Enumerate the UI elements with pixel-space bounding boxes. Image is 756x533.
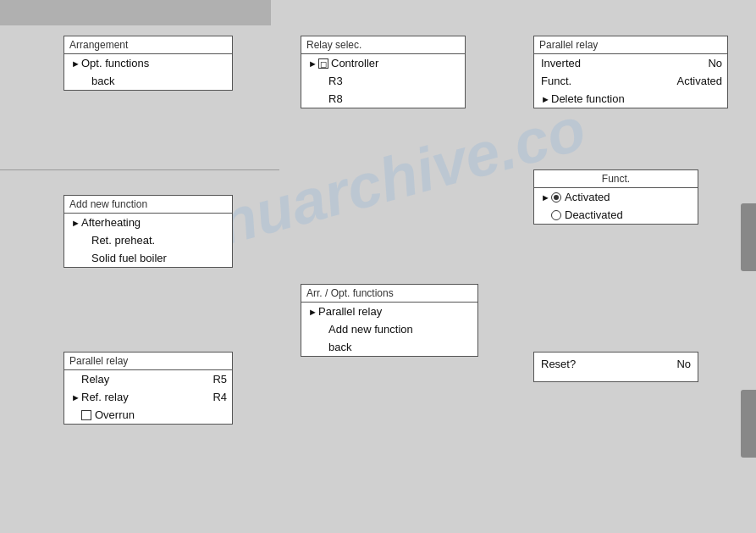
checkbox-icon — [81, 410, 91, 420]
arr-opt-back[interactable]: back — [301, 338, 477, 356]
add-new-function-box: Add new function ► Afterheating Ret. pre… — [63, 195, 233, 268]
relay-symbol-icon: ◻ — [318, 58, 328, 69]
arrangement-opt-functions[interactable]: ► Opt. functions — [64, 54, 232, 72]
add-new-function-ret-preheat[interactable]: Ret. preheat. — [64, 231, 232, 249]
arrow-icon: ► — [541, 192, 549, 203]
parallel-relay-overrun[interactable]: Overrun — [64, 406, 232, 424]
arrow-icon: ► — [308, 58, 317, 69]
arr-opt-title: Arr. / Opt. functions — [301, 285, 477, 303]
arrow-icon: ► — [541, 94, 549, 104]
parallel-relay-delete[interactable]: ► Delete function — [534, 90, 727, 108]
reset-box: Reset? No — [533, 352, 698, 382]
parallel-relay-bottom-title: Parallel relay — [64, 353, 232, 370]
add-new-function-title: Add new function — [64, 196, 232, 214]
arrow-icon: ► — [308, 307, 317, 317]
parallel-relay-ref-relay[interactable]: ► Ref. relay R4 — [64, 388, 232, 406]
add-new-function-solid-fuel[interactable]: Solid fuel boiler — [64, 249, 232, 267]
arr-opt-add-new[interactable]: Add new function — [301, 320, 477, 338]
relay-selec-r8[interactable]: R8 — [301, 90, 465, 108]
relay-selec-controller[interactable]: ► ◻ Controller — [301, 54, 465, 72]
radio-filled-icon — [551, 192, 561, 203]
arr-opt-parallel-relay[interactable]: ► Parallel relay — [301, 303, 477, 320]
right-handle-top[interactable] — [741, 203, 756, 271]
funct-activated[interactable]: ► Activated — [534, 188, 698, 206]
relay-selec-r3[interactable]: R3 — [301, 72, 465, 90]
funct-box: Funct. ► Activated Deactivated — [533, 169, 698, 225]
parallel-relay-top-box: Parallel relay Inverted No Funct. Activa… — [533, 36, 728, 108]
top-bar — [0, 0, 271, 25]
relay-selec-title: Relay selec. — [301, 36, 465, 54]
arrow-icon: ► — [71, 58, 80, 69]
funct-deactivated[interactable]: Deactivated — [534, 206, 698, 224]
arrow-icon: ► — [71, 392, 80, 403]
arrangement-box: Arrangement ► Opt. functions back — [63, 36, 233, 91]
funct-title: Funct. — [534, 170, 698, 188]
parallel-relay-funct[interactable]: Funct. Activated — [534, 72, 727, 90]
parallel-relay-relay[interactable]: Relay R5 — [64, 370, 232, 388]
arrow-icon: ► — [71, 218, 80, 228]
parallel-relay-top-title: Parallel relay — [534, 36, 727, 54]
divider-horizontal — [0, 169, 279, 170]
arr-opt-box: Arr. / Opt. functions ► Parallel relay A… — [301, 284, 478, 357]
reset-row[interactable]: Reset? No — [534, 353, 698, 375]
parallel-relay-bottom-box: Parallel relay Relay R5 ► Ref. relay R4 … — [63, 352, 233, 425]
arrangement-back[interactable]: back — [64, 72, 232, 90]
radio-empty-icon — [551, 210, 561, 220]
arrangement-title: Arrangement — [64, 36, 232, 54]
add-new-function-afterheating[interactable]: ► Afterheating — [64, 214, 232, 231]
parallel-relay-inverted[interactable]: Inverted No — [534, 54, 727, 72]
relay-selec-box: Relay selec. ► ◻ Controller R3 R8 — [301, 36, 466, 108]
right-handle-bottom[interactable] — [741, 390, 756, 458]
